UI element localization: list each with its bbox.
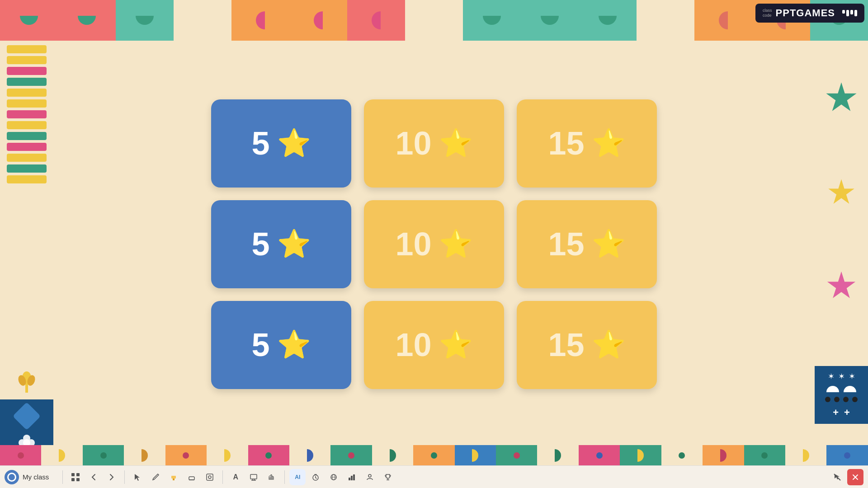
hc-white-2: [844, 386, 856, 392]
nav-plus-left[interactable]: +: [833, 407, 839, 418]
bottom-toolbar: My class: [0, 465, 868, 488]
deco-shape: [719, 11, 728, 29]
bot-seg-16: [620, 445, 661, 465]
card-r2c2[interactable]: 10 ⭐: [364, 200, 504, 288]
card-r2c1[interactable]: 5 ⭐: [211, 200, 351, 288]
toolbar-logo[interactable]: [5, 470, 19, 484]
bot-deco: [844, 452, 850, 459]
toolbar-user-button[interactable]: [362, 469, 378, 485]
card-r1c3[interactable]: 15 ⭐: [517, 99, 657, 188]
toolbar-logo-inner: [7, 473, 16, 482]
top-seg-8: [405, 0, 463, 41]
toolbar-divider-1: [62, 470, 63, 484]
toolbar-divider-4: [284, 470, 285, 484]
nav-dot-4[interactable]: [852, 397, 858, 402]
svg-rect-16: [189, 477, 194, 480]
deco-shape: [314, 11, 323, 29]
bot-deco: [761, 452, 768, 459]
toolbar-hide-pointer-button[interactable]: [829, 469, 845, 485]
bot-deco: [348, 452, 354, 459]
bot-seg-13: [496, 445, 537, 465]
card-r3c1[interactable]: 5 ⭐: [211, 301, 351, 389]
toolbar-highlighter-button[interactable]: [165, 469, 182, 485]
star-icon-r2c1: ⭐: [277, 230, 311, 258]
bot-seg-11: [413, 445, 454, 465]
stripe: [7, 154, 47, 162]
card-value-r1c1: 5: [251, 127, 269, 160]
stripe: [7, 143, 47, 151]
toolbar-grid-button[interactable]: [67, 469, 84, 485]
nav-plus-row: + +: [833, 407, 850, 418]
toolbar-globe-button[interactable]: [326, 469, 342, 485]
toolbar-pen-button[interactable]: [147, 469, 164, 485]
svg-rect-15: [173, 479, 175, 480]
starburst-yellow-icon: [828, 179, 855, 206]
bot-seg-12: [455, 445, 496, 465]
bot-seg-10: [372, 445, 413, 465]
card-value-r2c2: 10: [395, 228, 431, 260]
logo-text-group: class code: [763, 8, 772, 18]
star-icon-r1c1: ⭐: [277, 130, 311, 157]
card-value-r2c3: 15: [548, 228, 584, 260]
bot-deco: [100, 452, 107, 459]
sym-2: ✶: [838, 371, 845, 381]
star-icon-r3c1: ⭐: [277, 331, 311, 358]
star-icon-r1c3: ⭐: [592, 130, 626, 157]
toolbar-forward-button[interactable]: [104, 469, 120, 485]
nav-dot-3[interactable]: [843, 397, 849, 402]
stripe: [7, 45, 47, 53]
deco-shape: [541, 16, 559, 25]
my-class-label: My class: [23, 473, 49, 481]
pen-icon: [151, 473, 160, 481]
bot-deco: [596, 452, 603, 459]
card-r1c2[interactable]: 10 ⭐: [364, 99, 504, 188]
bot-seg-21: [826, 445, 868, 465]
nav-dot-2[interactable]: [834, 397, 840, 402]
back-icon: [89, 473, 98, 482]
toolbar-close-button[interactable]: [847, 469, 863, 485]
toolbar-timer-button[interactable]: [307, 469, 324, 485]
bot-deco: [59, 449, 65, 462]
bot-seg-15: [579, 445, 620, 465]
sym-3: ✶: [849, 371, 855, 381]
bot-deco: [224, 449, 231, 462]
card-r1c1[interactable]: 5 ⭐: [211, 99, 351, 188]
bot-deco: [555, 449, 561, 462]
stripe: [7, 110, 47, 118]
whiteboard-icon: [250, 473, 258, 481]
bot-seg-8: [289, 445, 330, 465]
grid-icon: [71, 473, 80, 482]
top-seg-3: [116, 0, 174, 41]
bot-seg-18: [703, 445, 744, 465]
nav-plus-right[interactable]: +: [844, 407, 850, 418]
bot-seg-5: [165, 445, 207, 465]
toolbar-back-button[interactable]: [85, 469, 102, 485]
right-bottom-panel: ✶ ✶ ✶ + +: [815, 366, 868, 424]
toolbar-eraser-button[interactable]: [184, 469, 200, 485]
toolbar-shape-button[interactable]: [202, 469, 218, 485]
bot-deco: [679, 452, 685, 459]
toolbar-ai-button[interactable]: AI: [289, 469, 306, 485]
card-r2c3[interactable]: 15 ⭐: [517, 200, 657, 288]
svg-rect-11: [71, 478, 75, 481]
toolbar-cursor-button[interactable]: [129, 469, 146, 485]
logo-bar-4: [854, 10, 857, 16]
top-seg-13: [694, 0, 752, 41]
card-r3c2[interactable]: 10 ⭐: [364, 301, 504, 389]
svg-rect-14: [171, 476, 176, 479]
deco-shape: [136, 16, 154, 25]
toolbar-chart-button[interactable]: [344, 469, 360, 485]
toolbar-trophy-button[interactable]: [380, 469, 396, 485]
toolbar-hand-button[interactable]: [264, 469, 280, 485]
card-r3c3[interactable]: 15 ⭐: [517, 301, 657, 389]
svg-rect-20: [250, 474, 257, 479]
right-panel: ✶ ✶ ✶ + +: [815, 41, 868, 465]
diamond-icon: [13, 402, 41, 430]
logo-subtitle-line1: class: [763, 8, 772, 13]
toolbar-whiteboard-button[interactable]: [245, 469, 262, 485]
top-seg-10: [521, 0, 579, 41]
toolbar-text-button[interactable]: A: [227, 469, 244, 485]
bot-seg-17: [661, 445, 703, 465]
nav-dot-1[interactable]: [825, 397, 830, 402]
stripe: [7, 56, 47, 64]
